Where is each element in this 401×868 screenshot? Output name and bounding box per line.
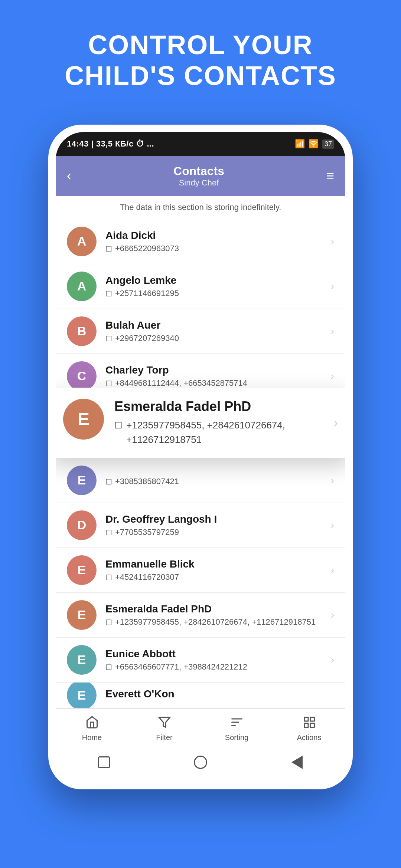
- phone-icon: ☐: [105, 663, 112, 672]
- contact-name-esmeralda: Esmeralda Fadel PhD: [105, 603, 331, 615]
- contact-name-eunice: Eunice Abbott: [105, 648, 331, 660]
- triangle-icon: [291, 756, 303, 769]
- phone-mockup: 14:43 | 33,5 КБ/с ⏱ ... 📶 🛜 37 ‹ Contact…: [48, 125, 353, 789]
- nav-home[interactable]: Home: [56, 716, 128, 742]
- circle-icon: [194, 756, 207, 769]
- status-bar: 14:43 | 33,5 КБ/с ⏱ ... 📶 🛜 37: [56, 132, 345, 156]
- filter-icon: [158, 716, 171, 731]
- chevron-icon: ›: [331, 370, 334, 382]
- nav-home-label: Home: [82, 733, 102, 742]
- avatar-purple-e: E: [67, 466, 97, 495]
- contact-info-everett: Everett O'Kon: [105, 688, 334, 702]
- contact-item-geoffrey[interactable]: D Dr. Geoffrey Langosh I ☐ +770553579725…: [56, 503, 345, 548]
- menu-button[interactable]: ≡: [326, 168, 334, 184]
- signal-icon: 📶: [295, 139, 305, 149]
- contact-info-charley: Charley Torp ☐ +8449681112444, +66534528…: [105, 364, 331, 388]
- avatar-emmanuelle: E: [67, 555, 97, 585]
- system-back-button[interactable]: [288, 753, 306, 772]
- phone-icon: ☐: [105, 618, 112, 627]
- chevron-icon: ›: [331, 564, 334, 576]
- avatar-angelo: A: [67, 272, 97, 301]
- contact-name-charley: Charley Torp: [105, 364, 331, 376]
- nav-actions[interactable]: Actions: [273, 716, 345, 742]
- system-circle-button[interactable]: [191, 753, 210, 772]
- contact-phone-geoffrey: ☐ +7705535797259: [105, 527, 331, 537]
- contact-phone-emmanuelle: ☐ +4524116720307: [105, 572, 331, 582]
- contact-item-purple-e[interactable]: E ☐ +3085385807421 ›: [56, 458, 345, 503]
- contact-info-purple-e: ☐ +3085385807421: [105, 474, 331, 486]
- contact-info-angelo: Angelo Lemke ☐ +2571146691295: [105, 274, 331, 298]
- nav-sorting[interactable]: Sorting: [200, 716, 273, 742]
- contact-item-eunice[interactable]: E Eunice Abbott ☐ +6563465607771, +39884…: [56, 638, 345, 683]
- system-square-button[interactable]: [95, 753, 113, 772]
- expanded-info: Esmeralda Fadel PhD ☐ +1235977958455, +2…: [114, 399, 334, 447]
- chevron-icon: ›: [331, 325, 334, 337]
- chevron-icon: ›: [331, 236, 334, 247]
- contact-name-bulah: Bulah Auer: [105, 319, 331, 331]
- contact-phone-angelo: ☐ +2571146691295: [105, 289, 331, 298]
- chevron-icon: ›: [331, 609, 334, 621]
- battery-icon: 37: [322, 139, 334, 149]
- chevron-icon: ›: [331, 654, 334, 666]
- nav-sorting-label: Sorting: [225, 733, 248, 742]
- avatar-everett: E: [67, 683, 97, 708]
- svg-marker-0: [159, 717, 170, 727]
- chevron-icon: ›: [331, 280, 334, 292]
- contact-list: A Aida Dicki ☐ +6665220963073 › A Angelo: [56, 219, 345, 782]
- avatar-charley: C: [67, 361, 97, 391]
- status-right: 📶 🛜 37: [295, 139, 334, 149]
- nav-filter[interactable]: Filter: [128, 716, 200, 742]
- contact-name-aida: Aida Dicki: [105, 230, 331, 241]
- expanded-phone: ☐ +1235977958455, +2842610726674, +11267…: [114, 418, 334, 447]
- avatar-bulah: B: [67, 316, 97, 346]
- contact-item-bulah[interactable]: B Bulah Auer ☐ +2967207269340 ›: [56, 309, 345, 354]
- contact-name-everett: Everett O'Kon: [105, 688, 334, 700]
- nav-actions-label: Actions: [297, 733, 322, 742]
- nav-filter-label: Filter: [156, 733, 172, 742]
- svg-rect-5: [310, 717, 314, 721]
- actions-icon: [303, 716, 316, 731]
- contact-name-angelo: Angelo Lemke: [105, 274, 331, 286]
- header-subtitle: Sindy Chef: [173, 178, 224, 188]
- wifi-icon: 🛜: [309, 139, 319, 149]
- bottom-nav: Home Filter: [56, 708, 345, 746]
- app-header: ‹ Contacts Sindy Chef ≡: [56, 156, 345, 196]
- phone-icon: ☐: [105, 573, 112, 582]
- info-bar: The data in this section is storing inde…: [56, 196, 345, 219]
- expanded-name: Esmeralda Fadel PhD: [114, 399, 334, 414]
- avatar-esmeralda: E: [67, 600, 97, 630]
- phone-icon: ☐: [105, 528, 112, 537]
- expanded-chevron-icon: ›: [334, 416, 338, 430]
- contact-info-emmanuelle: Emmanuelle Blick ☐ +4524116720307: [105, 558, 331, 582]
- contact-item-everett[interactable]: E Everett O'Kon: [56, 683, 345, 708]
- expanded-contact-card[interactable]: E Esmeralda Fadel PhD ☐ +1235977958455, …: [56, 388, 345, 458]
- contact-phone-charley: ☐ +8449681112444, +6653452875714: [105, 378, 331, 388]
- contact-item-esmeralda[interactable]: E Esmeralda Fadel PhD ☐ +1235977958455, …: [56, 593, 345, 638]
- phone-icon: ☐: [105, 289, 112, 298]
- contact-item-angelo[interactable]: A Angelo Lemke ☐ +2571146691295 ›: [56, 264, 345, 309]
- contact-name-geoffrey: Dr. Geoffrey Langosh I: [105, 513, 331, 525]
- contact-phone-purple-e: ☐ +3085385807421: [105, 477, 331, 486]
- avatar-geoffrey: D: [67, 510, 97, 540]
- contact-phone-esmeralda: ☐ +1235977958455, +2842610726674, +11267…: [105, 617, 331, 627]
- contact-item-emmanuelle[interactable]: E Emmanuelle Blick ☐ +4524116720307 ›: [56, 548, 345, 593]
- avatar-eunice: E: [67, 645, 97, 675]
- phone-icon: ☐: [114, 419, 123, 432]
- phone-icon: ☐: [105, 244, 112, 253]
- expanded-avatar: E: [63, 399, 104, 440]
- back-button[interactable]: ‹: [67, 168, 71, 184]
- page-headline: CONTROL YOUR CHILD'S CONTACTS: [65, 30, 336, 91]
- contact-info-aida: Aida Dicki ☐ +6665220963073: [105, 230, 331, 253]
- contact-phone-aida: ☐ +6665220963073: [105, 244, 331, 253]
- contact-name-emmanuelle: Emmanuelle Blick: [105, 558, 331, 570]
- sorting-icon: [230, 716, 244, 731]
- home-icon: [85, 716, 99, 731]
- svg-rect-7: [310, 723, 314, 727]
- contact-info-eunice: Eunice Abbott ☐ +6563465607771, +3988424…: [105, 648, 331, 672]
- chevron-icon: ›: [331, 474, 334, 486]
- header-center: Contacts Sindy Chef: [173, 164, 224, 188]
- contact-info-geoffrey: Dr. Geoffrey Langosh I ☐ +7705535797259: [105, 513, 331, 537]
- contact-info-esmeralda: Esmeralda Fadel PhD ☐ +1235977958455, +2…: [105, 603, 331, 627]
- contact-item-aida[interactable]: A Aida Dicki ☐ +6665220963073 ›: [56, 219, 345, 264]
- header-title: Contacts: [173, 164, 224, 178]
